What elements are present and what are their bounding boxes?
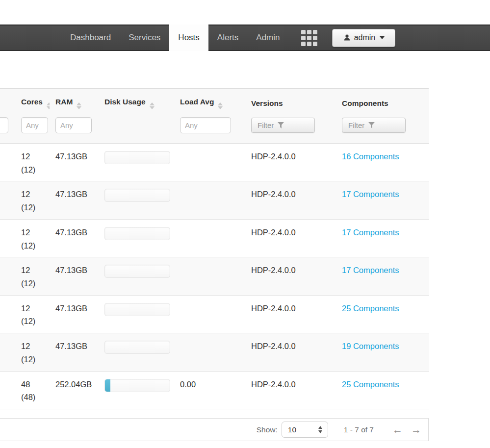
ram-cell: 47.13GB [50,257,99,295]
hosts-table-container: Cores RAM Disk Usage Load Avg Versions C… [0,88,429,409]
load-avg-cell [174,219,245,257]
nav-tools: admin [301,25,395,51]
ram-cell: 47.13GB [50,295,99,333]
table-row: 12 (12) 47.13GB HDP-2.4.0.0 17 Component… [0,257,429,295]
user-menu-button[interactable]: admin [332,29,395,47]
column-header-versions: Versions [245,89,336,111]
disk-usage-bar [104,265,170,278]
cutoff-cell [0,219,15,257]
cutoff-cell [0,371,15,409]
sort-icon[interactable] [150,102,155,109]
components-link[interactable]: 17 Components [342,266,399,274]
components-link[interactable]: 17 Components [342,190,399,199]
version-cell: HDP-2.4.0.0 [245,219,336,257]
nav-item-services[interactable]: Services [120,25,169,51]
version-cell: HDP-2.4.0.0 [245,181,336,219]
nav-item-hosts[interactable]: Hosts [169,25,208,51]
components-cell: 19 Components [336,333,429,371]
next-page-icon[interactable]: → [411,424,421,435]
cores-cell: 12 (12) [15,219,50,257]
disk-usage-bar [104,227,170,240]
ram-cell: 47.13GB [50,333,99,371]
column-header-cores[interactable]: Cores [15,89,50,111]
pagination-arrows: ← → [392,424,421,435]
ram-cell: 47.13GB [50,181,99,219]
table-row: 12 (12) 47.13GB HDP-2.4.0.0 17 Component… [0,181,429,219]
load-avg-cell [174,181,245,219]
table-row: 12 (12) 47.13GB HDP-2.4.0.0 16 Component… [0,144,429,181]
user-icon [343,34,351,42]
table-body: 12 (12) 47.13GB HDP-2.4.0.0 16 Component… [0,144,429,409]
cutoff-cell [0,295,15,333]
pagination-footer: Show: 10 1 - 7 of 7 ← → [0,418,429,441]
load-avg-cell [174,144,245,181]
spinner-icon [318,426,322,433]
components-cell: 25 Components [336,371,429,409]
filter-funnel-icon [368,122,375,128]
page-size-value: 10 [288,425,296,434]
ram-cell: 252.04GB [50,371,99,409]
disk-usage-cell [99,257,174,295]
components-link[interactable]: 17 Components [342,228,399,237]
disk-usage-bar [104,151,170,164]
cores-cell: 12 (12) [15,144,50,181]
cores-filter-input[interactable] [21,117,48,133]
column-header-components: Components [336,89,429,111]
components-link[interactable]: 25 Components [342,304,399,313]
disk-usage-bar [104,189,170,202]
components-link[interactable]: 25 Components [342,380,399,389]
version-cell: HDP-2.4.0.0 [245,295,336,333]
version-cell: HDP-2.4.0.0 [245,333,336,371]
sort-icon[interactable] [77,102,81,109]
cutoff-cell [0,144,15,181]
sort-icon[interactable] [47,102,50,109]
components-link[interactable]: 19 Components [342,342,399,350]
nav-item-admin[interactable]: Admin [247,25,288,51]
disk-usage-cell [99,144,174,181]
header-row: Cores RAM Disk Usage Load Avg Versions C… [0,89,429,111]
disk-usage-bar [104,379,170,392]
column-header-load-avg[interactable]: Load Avg [174,89,245,111]
sort-icon[interactable] [218,102,223,109]
components-filter-button[interactable]: Filter [342,118,406,133]
components-cell: 17 Components [336,257,429,295]
load-avg-filter-input[interactable] [180,117,231,133]
version-cell: HDP-2.4.0.0 [245,144,336,181]
column-header-ram[interactable]: RAM [50,89,99,111]
components-link[interactable]: 16 Components [342,152,399,161]
disk-usage-bar [104,341,170,354]
filter-row: Filter Filter [0,111,429,144]
show-label: Show: [257,425,278,434]
version-cell: HDP-2.4.0.0 [245,257,336,295]
disk-usage-cell [99,219,174,257]
components-cell: 25 Components [336,295,429,333]
disk-usage-bar [104,303,170,316]
apps-grid-icon[interactable] [301,30,317,46]
components-cell: 16 Components [336,144,429,181]
nav-item-dashboard[interactable]: Dashboard [61,25,120,51]
cores-cell: 12 (12) [15,257,50,295]
disk-usage-cell [99,333,174,371]
versions-filter-button[interactable]: Filter [251,118,315,133]
disk-usage-cell [99,295,174,333]
nav-item-alerts[interactable]: Alerts [208,25,247,51]
cores-cell: 12 (12) [15,181,50,219]
load-avg-cell [174,257,245,295]
cores-cell: 12 (12) [15,333,50,371]
disk-usage-cell [99,181,174,219]
load-avg-cell [174,295,245,333]
load-avg-cell [174,333,245,371]
column-header-disk-usage[interactable]: Disk Usage [99,89,174,111]
cores-cell: 48 (48) [15,371,50,409]
page-size-select[interactable]: 10 [282,422,328,438]
previous-page-icon[interactable]: ← [392,424,403,435]
ram-filter-input[interactable] [55,117,92,133]
cutoff-filter-input[interactable] [0,117,8,133]
disk-usage-fill [105,379,110,392]
hosts-table: Cores RAM Disk Usage Load Avg Versions C… [0,89,429,409]
nav-items: Dashboard Services Hosts Alerts Admin ad… [61,25,490,51]
cores-cell: 12 (12) [15,295,50,333]
cutoff-cell [0,333,15,371]
top-navbar: Dashboard Services Hosts Alerts Admin ad… [0,25,490,51]
components-cell: 17 Components [336,181,429,219]
